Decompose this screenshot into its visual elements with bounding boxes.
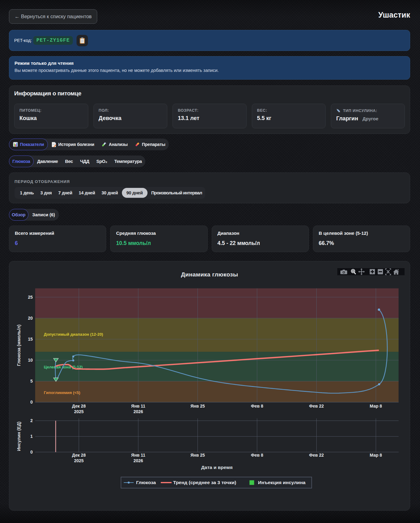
svg-text:5: 5 xyxy=(30,379,33,384)
svg-text:Инсулин (ЕД): Инсулин (ЕД) xyxy=(16,421,21,451)
svg-text:Фев 22: Фев 22 xyxy=(309,453,324,458)
svg-text:Глюкоза: Глюкоза xyxy=(136,480,156,485)
svg-text:Фев 22: Фев 22 xyxy=(309,404,324,409)
svg-text:Допустимый диапазон (12-20): Допустимый диапазон (12-20) xyxy=(44,332,103,337)
svg-text:0: 0 xyxy=(30,400,33,405)
svg-text:Дек 28: Дек 28 xyxy=(72,453,86,458)
svg-text:Инъекция инсулина: Инъекция инсулина xyxy=(258,480,306,485)
svg-text:2026: 2026 xyxy=(133,409,143,414)
svg-text:Янв 11: Янв 11 xyxy=(131,404,145,409)
svg-text:Янв 25: Янв 25 xyxy=(190,453,205,458)
svg-text:Фев 8: Фев 8 xyxy=(251,453,263,458)
svg-text:25: 25 xyxy=(28,295,33,300)
svg-text:Дек 28: Дек 28 xyxy=(72,404,86,409)
svg-text:Тренд (среднее за 3 точки): Тренд (среднее за 3 точки) xyxy=(173,480,236,485)
svg-text:Дата и время: Дата и время xyxy=(201,465,233,470)
svg-text:Динамика глюкозы: Динамика глюкозы xyxy=(181,271,238,278)
svg-text:Глюкоза (ммоль/л): Глюкоза (ммоль/л) xyxy=(16,324,21,366)
svg-text:0: 0 xyxy=(30,450,33,455)
svg-text:2025: 2025 xyxy=(74,458,84,463)
svg-text:2026: 2026 xyxy=(133,458,143,463)
svg-text:Фев 8: Фев 8 xyxy=(251,404,263,409)
svg-text:Мар 8: Мар 8 xyxy=(370,453,382,458)
svg-text:Янв 25: Янв 25 xyxy=(190,404,205,409)
svg-text:2025: 2025 xyxy=(74,409,84,414)
svg-text:Мар 8: Мар 8 xyxy=(370,404,382,409)
svg-text:1: 1 xyxy=(30,434,33,439)
svg-text:Гипогликемия (<5): Гипогликемия (<5) xyxy=(44,390,80,395)
svg-text:Янв 11: Янв 11 xyxy=(131,453,145,458)
svg-text:10: 10 xyxy=(28,358,33,363)
svg-text:20: 20 xyxy=(28,316,33,321)
svg-text:15: 15 xyxy=(28,337,33,342)
svg-text:2: 2 xyxy=(30,418,33,423)
